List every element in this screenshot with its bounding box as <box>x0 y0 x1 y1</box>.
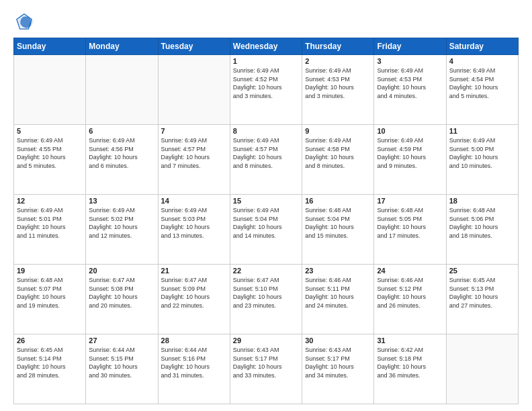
day-number: 6 <box>89 127 154 135</box>
day-info: Sunrise: 6:49 AM Sunset: 5:02 PM Dayligh… <box>89 206 154 240</box>
day-number: 5 <box>17 127 83 135</box>
day-info: Sunrise: 6:48 AM Sunset: 5:05 PM Dayligh… <box>377 206 443 240</box>
calendar-cell: 3Sunrise: 6:49 AM Sunset: 4:53 PM Daylig… <box>374 55 446 125</box>
calendar-cell: 14Sunrise: 6:49 AM Sunset: 5:03 PM Dayli… <box>158 195 230 265</box>
day-info: Sunrise: 6:44 AM Sunset: 5:15 PM Dayligh… <box>89 346 154 379</box>
calendar-cell: 12Sunrise: 6:49 AM Sunset: 5:01 PM Dayli… <box>14 195 86 265</box>
day-number: 18 <box>449 197 515 205</box>
day-number: 24 <box>377 267 443 275</box>
calendar-cell: 22Sunrise: 6:47 AM Sunset: 5:10 PM Dayli… <box>230 265 302 334</box>
day-number: 28 <box>161 336 227 345</box>
calendar-cell: 31Sunrise: 6:42 AM Sunset: 5:18 PM Dayli… <box>374 334 446 404</box>
calendar-cell: 1Sunrise: 6:49 AM Sunset: 4:52 PM Daylig… <box>230 55 302 125</box>
day-info: Sunrise: 6:49 AM Sunset: 4:59 PM Dayligh… <box>377 136 443 170</box>
calendar-cell <box>86 55 158 125</box>
calendar-cell <box>446 334 518 404</box>
calendar-header-thursday: Thursday <box>302 38 374 55</box>
day-number: 26 <box>17 336 83 345</box>
day-info: Sunrise: 6:48 AM Sunset: 5:07 PM Dayligh… <box>17 276 83 310</box>
day-number: 2 <box>305 57 371 65</box>
calendar-cell: 10Sunrise: 6:49 AM Sunset: 4:59 PM Dayli… <box>374 125 446 195</box>
day-info: Sunrise: 6:45 AM Sunset: 5:14 PM Dayligh… <box>17 346 83 379</box>
calendar-cell: 2Sunrise: 6:49 AM Sunset: 4:53 PM Daylig… <box>302 55 374 125</box>
calendar-cell: 30Sunrise: 6:43 AM Sunset: 5:17 PM Dayli… <box>302 334 374 404</box>
day-number: 31 <box>377 336 443 345</box>
calendar-cell: 5Sunrise: 6:49 AM Sunset: 4:55 PM Daylig… <box>14 125 86 195</box>
calendar-header-wednesday: Wednesday <box>230 38 302 55</box>
calendar-cell: 11Sunrise: 6:49 AM Sunset: 5:00 PM Dayli… <box>446 125 518 195</box>
calendar-cell: 6Sunrise: 6:49 AM Sunset: 4:56 PM Daylig… <box>86 125 158 195</box>
calendar-cell: 9Sunrise: 6:49 AM Sunset: 4:58 PM Daylig… <box>302 125 374 195</box>
day-number: 13 <box>89 197 154 205</box>
calendar-cell: 17Sunrise: 6:48 AM Sunset: 5:05 PM Dayli… <box>374 195 446 265</box>
day-number: 25 <box>449 267 515 275</box>
page: SundayMondayTuesdayWednesdayThursdayFrid… <box>0 0 532 411</box>
day-info: Sunrise: 6:47 AM Sunset: 5:09 PM Dayligh… <box>161 276 227 310</box>
day-info: Sunrise: 6:49 AM Sunset: 5:03 PM Dayligh… <box>161 206 227 240</box>
day-info: Sunrise: 6:45 AM Sunset: 5:13 PM Dayligh… <box>449 276 515 310</box>
day-info: Sunrise: 6:43 AM Sunset: 5:17 PM Dayligh… <box>233 346 299 379</box>
day-number: 23 <box>305 267 371 275</box>
day-number: 1 <box>233 57 299 65</box>
calendar-cell: 20Sunrise: 6:47 AM Sunset: 5:08 PM Dayli… <box>86 265 158 334</box>
calendar-cell: 24Sunrise: 6:46 AM Sunset: 5:12 PM Dayli… <box>374 265 446 334</box>
calendar-cell: 26Sunrise: 6:45 AM Sunset: 5:14 PM Dayli… <box>14 334 86 404</box>
calendar-cell: 15Sunrise: 6:49 AM Sunset: 5:04 PM Dayli… <box>230 195 302 265</box>
calendar-header-monday: Monday <box>86 38 158 55</box>
calendar-cell: 28Sunrise: 6:44 AM Sunset: 5:16 PM Dayli… <box>158 334 230 404</box>
day-number: 27 <box>89 336 154 345</box>
day-info: Sunrise: 6:44 AM Sunset: 5:16 PM Dayligh… <box>161 346 227 379</box>
calendar-cell: 19Sunrise: 6:48 AM Sunset: 5:07 PM Dayli… <box>14 265 86 334</box>
day-info: Sunrise: 6:49 AM Sunset: 4:55 PM Dayligh… <box>17 136 83 170</box>
day-info: Sunrise: 6:47 AM Sunset: 5:08 PM Dayligh… <box>89 276 154 310</box>
logo <box>13 11 38 32</box>
week-row-5: 26Sunrise: 6:45 AM Sunset: 5:14 PM Dayli… <box>14 334 519 404</box>
day-info: Sunrise: 6:49 AM Sunset: 4:53 PM Dayligh… <box>377 66 443 100</box>
calendar-cell: 21Sunrise: 6:47 AM Sunset: 5:09 PM Dayli… <box>158 265 230 334</box>
day-info: Sunrise: 6:49 AM Sunset: 4:53 PM Dayligh… <box>305 66 371 100</box>
week-row-4: 19Sunrise: 6:48 AM Sunset: 5:07 PM Dayli… <box>14 265 519 334</box>
calendar-table: SundayMondayTuesdayWednesdayThursdayFrid… <box>13 38 519 404</box>
day-number: 21 <box>161 267 227 275</box>
calendar-cell: 13Sunrise: 6:49 AM Sunset: 5:02 PM Dayli… <box>86 195 158 265</box>
calendar-cell: 25Sunrise: 6:45 AM Sunset: 5:13 PM Dayli… <box>446 265 518 334</box>
calendar-cell: 23Sunrise: 6:46 AM Sunset: 5:11 PM Dayli… <box>302 265 374 334</box>
day-number: 29 <box>233 336 299 345</box>
day-number: 8 <box>233 127 299 135</box>
day-number: 30 <box>305 336 371 345</box>
week-row-2: 5Sunrise: 6:49 AM Sunset: 4:55 PM Daylig… <box>14 125 519 195</box>
day-info: Sunrise: 6:49 AM Sunset: 5:00 PM Dayligh… <box>449 136 515 170</box>
day-info: Sunrise: 6:49 AM Sunset: 4:57 PM Dayligh… <box>161 136 227 170</box>
day-number: 22 <box>233 267 299 275</box>
day-number: 11 <box>449 127 515 135</box>
day-info: Sunrise: 6:49 AM Sunset: 5:01 PM Dayligh… <box>17 206 83 240</box>
day-info: Sunrise: 6:49 AM Sunset: 4:54 PM Dayligh… <box>449 66 515 100</box>
calendar-header-sunday: Sunday <box>14 38 86 55</box>
calendar-cell: 7Sunrise: 6:49 AM Sunset: 4:57 PM Daylig… <box>158 125 230 195</box>
day-info: Sunrise: 6:49 AM Sunset: 4:56 PM Dayligh… <box>89 136 154 170</box>
calendar-header-row: SundayMondayTuesdayWednesdayThursdayFrid… <box>14 38 519 55</box>
day-info: Sunrise: 6:46 AM Sunset: 5:12 PM Dayligh… <box>377 276 443 310</box>
calendar-cell <box>158 55 230 125</box>
day-number: 15 <box>233 197 299 205</box>
calendar-cell: 29Sunrise: 6:43 AM Sunset: 5:17 PM Dayli… <box>230 334 302 404</box>
day-info: Sunrise: 6:43 AM Sunset: 5:17 PM Dayligh… <box>305 346 371 379</box>
calendar-cell: 16Sunrise: 6:48 AM Sunset: 5:04 PM Dayli… <box>302 195 374 265</box>
day-number: 16 <box>305 197 371 205</box>
week-row-1: 1Sunrise: 6:49 AM Sunset: 4:52 PM Daylig… <box>14 55 519 125</box>
day-info: Sunrise: 6:46 AM Sunset: 5:11 PM Dayligh… <box>305 276 371 310</box>
day-number: 17 <box>377 197 443 205</box>
day-number: 7 <box>161 127 227 135</box>
day-number: 20 <box>89 267 154 275</box>
calendar-header-saturday: Saturday <box>446 38 518 55</box>
day-info: Sunrise: 6:48 AM Sunset: 5:04 PM Dayligh… <box>305 206 371 240</box>
calendar-cell: 4Sunrise: 6:49 AM Sunset: 4:54 PM Daylig… <box>446 55 518 125</box>
week-row-3: 12Sunrise: 6:49 AM Sunset: 5:01 PM Dayli… <box>14 195 519 265</box>
calendar-cell: 18Sunrise: 6:48 AM Sunset: 5:06 PM Dayli… <box>446 195 518 265</box>
calendar-cell <box>14 55 86 125</box>
day-number: 10 <box>377 127 443 135</box>
generalblue-icon <box>13 11 35 32</box>
day-info: Sunrise: 6:49 AM Sunset: 4:52 PM Dayligh… <box>233 66 299 100</box>
day-number: 3 <box>377 57 443 65</box>
day-info: Sunrise: 6:42 AM Sunset: 5:18 PM Dayligh… <box>377 346 443 379</box>
